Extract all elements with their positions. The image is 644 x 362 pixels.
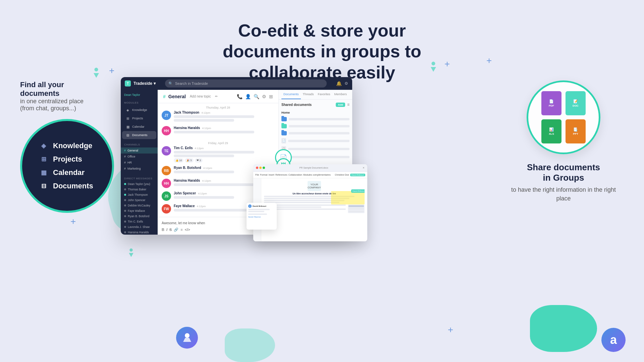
menu-item-calendar[interactable]: ▦ Calendar (39, 168, 112, 177)
sidebar-item-projects[interactable]: ⊞ Projects (122, 114, 156, 122)
bold-button[interactable]: B (162, 228, 164, 232)
modules-section-label: MODULES (121, 99, 158, 106)
right-panel-text: Share documents in Groups to have the ri… (510, 162, 617, 203)
settings-chat-icon[interactable]: ⚙ (262, 94, 266, 99)
list-button[interactable]: ≡ (180, 228, 182, 232)
ppt-icon: 📑 (573, 127, 578, 132)
pdf-icon: 📄 (549, 99, 554, 104)
editor-main-area[interactable]: YOURCOMPANY Un titre accrocheur donne en… (261, 178, 367, 241)
italic-button[interactable]: I (166, 228, 167, 232)
dm-hansina-haralds[interactable]: Hansina Haralds (121, 230, 158, 235)
file-item-2[interactable]: 📋 (279, 145, 352, 153)
phone-icon[interactable]: 📞 (237, 94, 243, 99)
tab-threads[interactable]: Threads (301, 90, 316, 99)
small-chat-action[interactable]: Ajouter Réponse (248, 216, 275, 218)
reaction-3[interactable]: ❤ 3 (195, 158, 203, 163)
dm-ryan-botsford[interactable]: Ryan B. Botsford (121, 214, 158, 219)
msg-header-2: Hansina Haralds 4:12pm (174, 126, 274, 130)
strike-button[interactable]: S (169, 228, 172, 232)
plus-icon-1: + (109, 65, 114, 76)
plus-icon-5: + (448, 324, 453, 335)
menu-item-knowledge[interactable]: ◈ Knowledge (39, 141, 112, 150)
channel-hash-icon-2: # (124, 155, 126, 158)
folder-name-bar-3 (289, 132, 350, 134)
editor-menu-file[interactable]: File (255, 174, 259, 176)
share-heading-2: in Groups (510, 173, 617, 183)
offline-indicator-4 (124, 210, 126, 212)
channel-office[interactable]: # Office (121, 154, 158, 160)
dm-lavonda-shaw[interactable]: Lavonda J. Shaw (121, 224, 158, 230)
tab-favorites[interactable]: Favorites (316, 90, 332, 99)
message-bar-2a (174, 131, 254, 133)
add-topic-btn[interactable]: Add new topic (190, 95, 211, 98)
app-topbar: T Tradeside ▾ 🔍 Search in Tradeside 🔔 ⚙ (121, 77, 352, 90)
dm-jack-thompson[interactable]: Jack Thompson (121, 192, 158, 197)
editor-close-icon[interactable]: ✕ (363, 167, 365, 169)
channel-marketing[interactable]: # Marketing (121, 166, 158, 172)
editor-menu-references[interactable]: References (275, 174, 287, 176)
sidebar-item-documents[interactable]: ⊟ Documents (122, 131, 156, 139)
dm-john-spencer[interactable]: John Spencer (121, 197, 158, 203)
filter-icon[interactable]: ≡ (347, 102, 350, 107)
editor-menu-modules[interactable]: Modules complémentaires (303, 174, 331, 176)
editor-menu-insert[interactable]: Insert (268, 174, 274, 176)
msg-header-3: Tim C. Eells 4:12pm (174, 146, 274, 150)
add-document-button[interactable]: Add (336, 103, 345, 107)
offline-indicator-2 (124, 199, 126, 201)
code-button[interactable]: </> (185, 228, 190, 232)
dm-faye-wallace[interactable]: Faye Wallace (121, 208, 158, 214)
link-button[interactable]: 🔗 (174, 228, 178, 232)
right-panel: 📄 PDF 📝 DOC 📊 XLS 📑 PPT Share documents … (510, 80, 617, 203)
editor-menu-collaboration[interactable]: Collaboration (288, 174, 302, 176)
file-icon-1: 📄 (281, 138, 286, 143)
folder-name-bar-1 (289, 118, 350, 120)
message-bar-6a (174, 196, 234, 199)
search-bar[interactable]: 🔍 Search in Tradeside (165, 79, 327, 87)
avatar-jack-thompson: JT (162, 111, 171, 120)
ts-icon-3 (126, 247, 137, 258)
workspace-logo: T (125, 80, 131, 86)
edit-topic-icon[interactable]: ✏ (215, 95, 218, 98)
plus-icon-4: + (486, 55, 492, 66)
maximize-dot (263, 167, 265, 169)
editor-menu-format[interactable]: Format (260, 174, 267, 176)
menu-item-projects[interactable]: ⊞ Projects (39, 155, 112, 164)
page-title: Co-edit & store your documents in groups… (205, 20, 439, 83)
msg-reactions-3: 👍 10 🎉 5 ❤ 3 (174, 158, 274, 163)
tab-members[interactable]: Members (332, 90, 349, 99)
share-heading-1: Share documents (510, 162, 617, 173)
shared-docs-title: Shared documents (281, 103, 334, 107)
dm-tim-eells[interactable]: Tim C. Eells (121, 219, 158, 224)
close-dot (256, 167, 258, 169)
search-chat-icon[interactable]: 🔍 (254, 94, 259, 99)
doc-icon-pdf: 📄 PDF (541, 91, 561, 115)
tab-documents[interactable]: Documents (281, 90, 301, 99)
small-chat-popup: D David Brikouri Ajouter Réponse (247, 203, 277, 230)
folder-item-3[interactable] (279, 130, 352, 137)
menu-item-documents[interactable]: ⊟ Documents (39, 181, 112, 191)
decorative-blob-right (530, 305, 597, 352)
date-divider-friday: Friday, April 29 (162, 139, 274, 146)
editor-comment[interactable]: David Brikouri (351, 189, 365, 193)
sidebar-item-knowledge[interactable]: ◈ Knowledge (122, 106, 156, 114)
grid-icon[interactable]: ⊞ (269, 94, 273, 99)
message-bar-4a (174, 171, 234, 173)
decorative-blob-left (225, 328, 275, 362)
folder-item-2[interactable] (279, 123, 352, 130)
reaction-2[interactable]: 🎉 5 (185, 158, 193, 163)
channel-general[interactable]: # General (121, 147, 158, 154)
editor-topbar: PR Sample Document.docx ✕ (253, 164, 367, 172)
reaction-1[interactable]: 👍 10 (174, 158, 183, 163)
sidebar-item-calendar[interactable]: ▦ Calendar (122, 123, 156, 131)
file-item-1[interactable]: 📄 (279, 137, 352, 145)
avatar-hansina-2: HH (162, 179, 171, 188)
dm-thomas-baker[interactable]: Thomas Baker (121, 187, 158, 192)
folder-item-1[interactable] (279, 116, 352, 123)
message-bar-7a (174, 209, 254, 212)
app-logo-icon (181, 332, 193, 344)
file-name-bar-3 (288, 156, 350, 158)
channel-hr[interactable]: # HR (121, 160, 158, 166)
dm-debbie-mccauley[interactable]: Debbie McCauley (121, 203, 158, 208)
members-icon[interactable]: 👤 (245, 94, 251, 99)
dm-dean-taylor[interactable]: Dean Taylor (you) (121, 181, 158, 187)
